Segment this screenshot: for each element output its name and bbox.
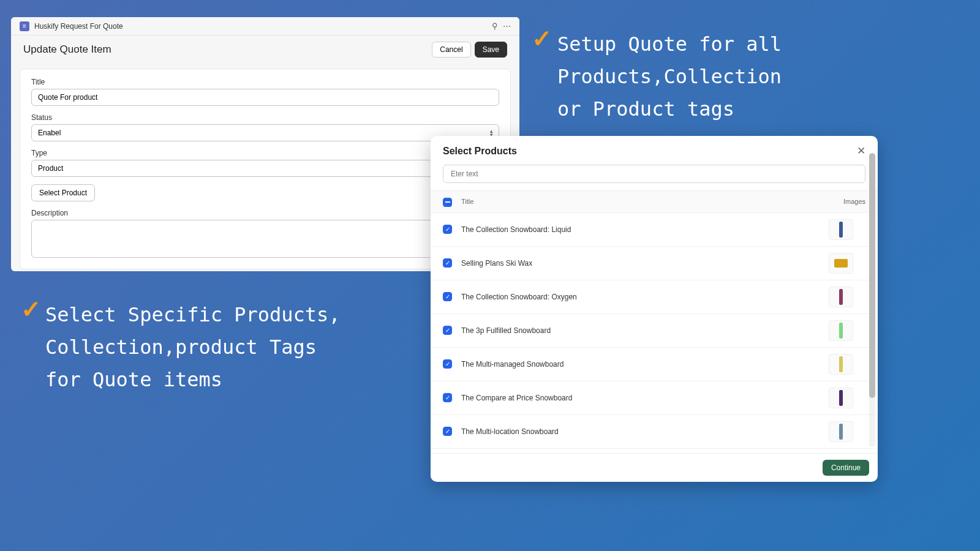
title-label: Title [31,78,499,86]
product-thumbnail [829,388,853,408]
page-title: Update Quote Item [23,43,111,56]
product-thumbnail [829,320,853,341]
product-checkbox[interactable]: ✓ [443,292,452,301]
product-row[interactable]: ✓The Collection Snowboard: Oxygen [431,280,878,314]
product-title: The Multi-managed Snowboard [461,360,829,369]
marketing-text-2: Select Specific Products, Collection,pro… [45,299,413,395]
status-label: Status [31,113,499,122]
product-thumbnail [829,219,853,240]
product-thumbnail [829,354,853,375]
product-title: The 3p Fulfilled Snowboard [461,326,829,335]
select-product-button[interactable]: Select Product [31,184,95,201]
close-icon[interactable]: ✕ [857,144,865,157]
header-images: Images [829,198,865,205]
product-table: Title Images ✓The Collection Snowboard: … [431,190,878,453]
type-input[interactable] [31,160,435,177]
product-row[interactable]: ✓The Compare at Price Snowboard [431,381,878,415]
modal-footer: Continue [431,453,878,482]
search-input[interactable] [443,165,865,183]
modal-search [431,165,878,190]
product-title: The Collection Snowboard: Liquid [461,225,829,234]
cancel-button[interactable]: Cancel [432,42,470,58]
marketing-text-1: Setup Quote for all Products,Collection … [557,28,882,125]
product-thumbnail [829,253,853,274]
product-thumbnail [829,421,853,442]
panel-header: ≡ Huskify Request For Quote ⚲ ⋯ [11,17,519,36]
save-button[interactable]: Save [475,42,507,58]
product-checkbox[interactable]: ✓ [443,326,452,335]
type-label: Type [31,149,499,157]
table-head: Title Images [431,191,878,213]
product-row[interactable]: ✓Selling Plans Ski Wax [431,247,878,280]
product-checkbox[interactable]: ✓ [443,225,452,234]
product-row[interactable]: ✓The Multi-location Snowboard [431,415,878,449]
select-all-checkbox[interactable] [443,198,452,207]
checkmark-icon: ✓ [532,24,552,53]
product-checkbox[interactable]: ✓ [443,393,452,402]
select-products-modal: Select Products ✕ Title Images ✓The Coll… [431,136,878,482]
modal-title: Select Products [443,146,517,157]
product-title: The Multi-location Snowboard [461,427,829,436]
status-select[interactable] [31,124,499,141]
modal-header: Select Products ✕ [431,136,878,165]
continue-button[interactable]: Continue [823,460,869,476]
product-title: Selling Plans Ski Wax [461,259,829,268]
product-checkbox[interactable]: ✓ [443,359,452,369]
product-checkbox[interactable]: ✓ [443,427,452,436]
product-title: The Collection Snowboard: Oxygen [461,293,829,301]
product-title: The Compare at Price Snowboard [461,394,829,402]
checkmark-icon: ✓ [21,295,42,323]
pin-icon[interactable]: ⚲ [492,21,498,31]
product-row[interactable]: ✓The Inventory Not Tracked Snowboard [431,449,878,454]
app-icon: ≡ [20,21,29,31]
product-row[interactable]: ✓The 3p Fulfilled Snowboard [431,314,878,348]
app-name: Huskify Request For Quote [34,22,123,31]
product-row[interactable]: ✓The Multi-managed Snowboard [431,348,878,381]
product-thumbnail [829,287,853,307]
description-input[interactable] [31,220,499,258]
product-checkbox[interactable]: ✓ [443,258,452,268]
product-row[interactable]: ✓The Collection Snowboard: Liquid [431,213,878,247]
more-icon[interactable]: ⋯ [503,21,511,31]
header-title: Title [461,198,829,205]
title-input[interactable] [31,89,499,106]
modal-scrollbar[interactable] [869,153,875,447]
panel-title-bar: Update Quote Item Cancel Save [11,36,519,62]
description-label: Description [31,209,499,217]
